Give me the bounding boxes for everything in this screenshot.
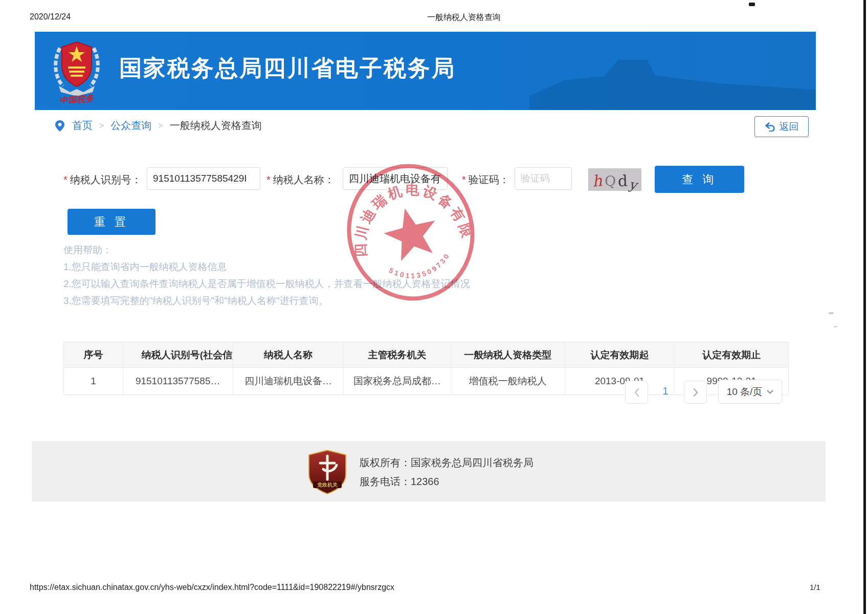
page-footer: 党政机关 版权所有：国家税务总局四川省税务局 服务电话：12366	[32, 441, 826, 501]
breadcrumb-public-query[interactable]: 公众查询	[110, 119, 151, 133]
cell-taxpayer-id: 91510113577585…	[123, 368, 233, 394]
chevron-right-icon	[693, 388, 699, 397]
usage-help: 使用帮助： 1.您只能查询省内一般纳税人资格信息 2.您可以输入查询条件查询纳税…	[63, 242, 470, 309]
query-button[interactable]: 查 询	[655, 166, 744, 193]
results-table: 序号 纳税人识别号(社会信用 纳税人名称 主管税务机关 一般纳税人资格类型 认定…	[63, 342, 789, 395]
cell-tax-authority: 国家税务总局成都…	[344, 368, 451, 394]
help-item: 1.您只能查询省内一般纳税人资格信息	[63, 258, 470, 275]
badge-label: 党政机关	[317, 482, 338, 488]
page: 2020/12/24 一般纳税人资格查询 中国税务 国家税务总局四川省电子税务局…	[0, 0, 868, 614]
breadcrumb: 首页 > 公众查询 > 一般纳税人资格查询	[54, 119, 262, 133]
great-wall-image	[529, 32, 816, 110]
chevron-down-icon	[767, 390, 773, 394]
back-button[interactable]: 返回	[754, 116, 809, 137]
logo-caption: 中国税务	[59, 94, 95, 103]
captcha-image[interactable]: h Q d y	[588, 168, 641, 191]
cell-taxpayer-name: 四川迪瑞机电设备…	[233, 368, 344, 394]
government-badge-icon: 党政机关	[308, 450, 347, 494]
captcha-letter: h	[592, 173, 603, 189]
col-header-index: 序号	[64, 342, 123, 367]
cell-qualification-type: 增值税一般纳税人	[451, 368, 565, 394]
help-item: 3.您需要填写完整的"纳税人识别号"和"纳税人名称"进行查询。	[63, 292, 470, 309]
pagination-prev-button[interactable]	[625, 381, 648, 404]
help-item: 2.您可以输入查询条件查询纳税人是否属于增值税一般纳税人，并查看一般纳税人资格登…	[63, 275, 470, 292]
required-mark: *	[266, 174, 271, 185]
undo-arrow-icon	[765, 122, 775, 131]
col-header-qualification-type: 一般纳税人资格类型	[451, 342, 565, 367]
chevron-left-icon	[634, 388, 640, 397]
print-date: 2020/12/24	[30, 12, 71, 21]
taxpayer-name-input[interactable]	[343, 167, 448, 190]
page-url: https://etax.sichuan.chinatax.gov.cn/yhs…	[30, 583, 394, 592]
hotline-text: 服务电话：12366	[360, 472, 533, 491]
site-banner: 中国税务 国家税务总局四川省电子税务局	[35, 32, 816, 110]
breadcrumb-home[interactable]: 首页	[72, 119, 93, 133]
site-title: 国家税务总局四川省电子税务局	[119, 53, 456, 83]
scan-artifact-dot	[749, 3, 755, 6]
scan-artifact-edge-line	[863, 0, 866, 614]
reset-button[interactable]: 重 置	[68, 209, 155, 235]
captcha-label: *验证码：	[462, 173, 509, 187]
copyright-text: 版权所有：国家税务总局四川省税务局	[360, 453, 533, 472]
col-header-valid-from: 认定有效期起	[565, 342, 675, 367]
back-button-label: 返回	[780, 120, 799, 134]
cell-index: 1	[64, 368, 123, 394]
taxpayer-id-input[interactable]	[147, 167, 260, 190]
chevron-right-separator: >	[158, 121, 163, 130]
taxpayer-id-label: *纳税人识别号：	[63, 173, 142, 187]
required-mark: *	[462, 174, 466, 185]
print-page-title: 一般纳税人资格查询	[427, 12, 501, 23]
table-row: 1 91510113577585… 四川迪瑞机电设备… 国家税务总局成都… 增值…	[64, 368, 788, 394]
pagination-next-button[interactable]	[684, 381, 707, 404]
page-size-select[interactable]: 10 条/页	[718, 380, 782, 404]
captcha-letter: Q	[604, 173, 616, 188]
required-mark: *	[63, 174, 68, 185]
col-header-tax-authority: 主管税务机关	[344, 342, 451, 367]
captcha-letter: y	[629, 178, 638, 192]
col-header-taxpayer-name: 纳税人名称	[233, 342, 344, 367]
pagination-page-1[interactable]: 1	[659, 385, 672, 397]
captcha-input[interactable]	[515, 167, 572, 190]
page-indicator: 1/1	[810, 583, 820, 591]
scan-artifact-speck	[829, 312, 834, 314]
help-title: 使用帮助：	[63, 242, 470, 258]
col-header-taxpayer-id: 纳税人识别号(社会信用	[123, 342, 233, 367]
chevron-right-separator: >	[99, 121, 104, 130]
scan-artifact-speck	[834, 326, 837, 327]
breadcrumb-current: 一般纳税人资格查询	[170, 119, 262, 133]
location-pin-icon	[54, 120, 65, 132]
page-size-value: 10 条/页	[727, 385, 763, 399]
captcha-letter: d	[617, 173, 628, 189]
tax-emblem-logo: 中国税务	[50, 39, 104, 103]
taxpayer-name-label: *纳税人名称：	[266, 173, 335, 187]
col-header-valid-to: 认定有效期止	[675, 342, 788, 367]
table-header-row: 序号 纳税人识别号(社会信用 纳税人名称 主管税务机关 一般纳税人资格类型 认定…	[64, 342, 788, 368]
